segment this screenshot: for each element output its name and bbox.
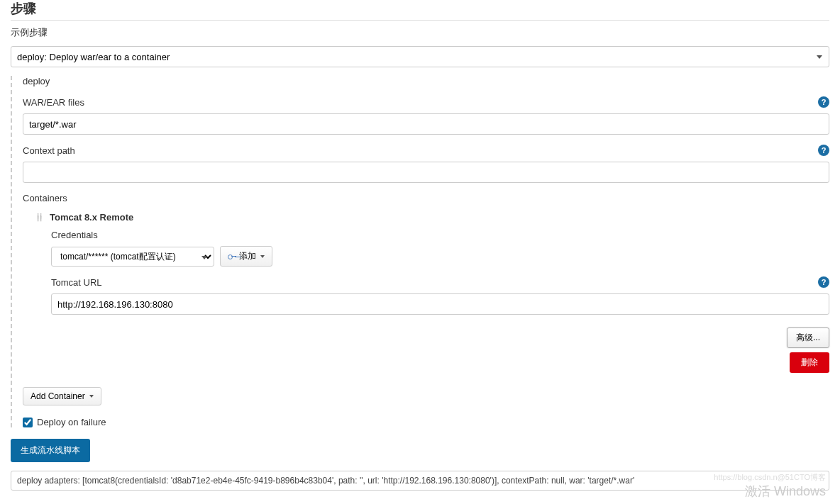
- credentials-select[interactable]: tomcat/****** (tomcat配置认证): [51, 247, 214, 267]
- chevron-down-icon: [260, 255, 265, 258]
- drag-handle-icon[interactable]: ⁞⁞⁞⁞: [37, 215, 44, 220]
- delete-button[interactable]: 删除: [790, 352, 829, 373]
- generate-script-button[interactable]: 生成流水线脚本: [11, 439, 90, 462]
- script-output[interactable]: deploy adapters: [tomcat8(credentialsId:…: [11, 471, 829, 491]
- deploy-on-failure-label: Deploy on failure: [37, 417, 106, 427]
- credentials-label: Credentials: [51, 230, 98, 240]
- war-files-input[interactable]: [23, 113, 829, 135]
- sample-steps-label: 示例步骤: [11, 26, 829, 39]
- tomcat-url-input[interactable]: [51, 293, 829, 315]
- add-container-button[interactable]: Add Container: [23, 387, 101, 405]
- advanced-button[interactable]: 高级...: [787, 327, 829, 348]
- deploy-title: deploy: [23, 76, 50, 86]
- step-type-select[interactable]: deploy: Deploy war/ear to a container: [11, 46, 829, 67]
- containers-label: Containers: [23, 193, 67, 203]
- container-name: Tomcat 8.x Remote: [50, 212, 133, 223]
- context-path-input[interactable]: [23, 162, 829, 183]
- key-icon: [228, 254, 236, 259]
- section-title: 步骤: [11, 0, 829, 21]
- context-path-label: Context path: [23, 145, 75, 156]
- help-icon[interactable]: ?: [818, 145, 829, 156]
- chevron-down-icon: [89, 395, 94, 398]
- tomcat-url-label: Tomcat URL: [51, 277, 102, 288]
- help-icon[interactable]: ?: [818, 96, 829, 108]
- war-files-label: WAR/EAR files: [23, 97, 84, 108]
- deploy-on-failure-checkbox[interactable]: [23, 418, 33, 427]
- add-credential-button[interactable]: 添加: [220, 246, 272, 267]
- help-icon[interactable]: ?: [818, 276, 829, 288]
